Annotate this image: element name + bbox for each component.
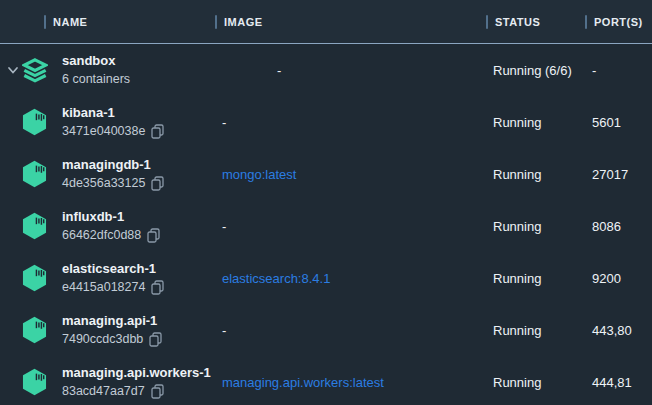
- container-box-icon: [22, 160, 47, 188]
- column-header-name[interactable]: NAME: [0, 15, 222, 29]
- name-cell: managing.api.workers-1 83acd47aa7d7: [0, 364, 222, 400]
- expand-toggle[interactable]: [4, 65, 21, 75]
- status-cell: Running: [493, 375, 592, 390]
- column-header-status[interactable]: STATUS: [486, 15, 592, 29]
- ports-cell: 8086: [592, 219, 652, 234]
- container-name[interactable]: elasticsearch-1: [62, 260, 164, 278]
- image-cell: -: [222, 63, 493, 78]
- container-id: e4415a018274: [62, 278, 145, 296]
- chevron-down-icon: [7, 65, 19, 75]
- image-cell: -: [222, 323, 493, 338]
- table-body: sandbox 6 containers - Running (6/6) -: [0, 44, 652, 405]
- table-row[interactable]: kibana-1 3471e040038e - Running 5601: [0, 96, 652, 148]
- copy-id-button[interactable]: [151, 124, 164, 139]
- name-cell: influxdb-1 66462dfc0d88: [0, 208, 222, 244]
- container-id: 7490ccdc3dbb: [62, 330, 143, 348]
- copy-icon: [151, 176, 164, 191]
- ports-cell: 443,80: [592, 323, 652, 338]
- name-cell: sandbox 6 containers: [0, 52, 222, 88]
- container-name[interactable]: managingdb-1: [62, 156, 164, 174]
- name-cell: managing.api-1 7490ccdc3dbb: [0, 312, 222, 348]
- image-cell: -: [222, 219, 493, 234]
- containers-table: NAME IMAGE STATUS PORT(S): [0, 0, 652, 405]
- column-header-image-label: IMAGE: [224, 16, 263, 28]
- layers-stack-icon: [22, 57, 48, 84]
- table-row[interactable]: elasticsearch-1 e4415a018274 elasticsear…: [0, 252, 652, 304]
- copy-icon: [149, 332, 162, 347]
- status-cell: Running: [493, 115, 592, 130]
- column-header-status-label: STATUS: [495, 16, 540, 28]
- copy-icon: [151, 124, 164, 139]
- column-separator: [215, 15, 217, 29]
- table-row[interactable]: managing.api.workers-1 83acd47aa7d7 mana…: [0, 356, 652, 405]
- status-cell: Running (6/6): [493, 63, 592, 78]
- container-box-icon: [22, 264, 47, 292]
- table-row[interactable]: managing.api-1 7490ccdc3dbb - Running 44…: [0, 304, 652, 356]
- container-name[interactable]: managing.api-1: [62, 312, 162, 330]
- container-id: 4de356a33125: [62, 174, 145, 192]
- status-cell: Running: [493, 271, 592, 286]
- container-name[interactable]: managing.api.workers-1: [62, 364, 211, 382]
- status-cell: Running: [493, 323, 592, 338]
- name-cell: elasticsearch-1 e4415a018274: [0, 260, 222, 296]
- column-separator: [44, 15, 46, 29]
- container-box-icon: [22, 316, 47, 344]
- copy-icon: [147, 228, 160, 243]
- ports-cell: 9200: [592, 271, 652, 286]
- copy-icon: [151, 280, 164, 295]
- table-row[interactable]: managingdb-1 4de356a33125 mongo:latest R…: [0, 148, 652, 200]
- status-cell: Running: [493, 219, 592, 234]
- container-name[interactable]: kibana-1: [62, 104, 164, 122]
- container-name[interactable]: sandbox: [62, 52, 130, 70]
- container-name[interactable]: influxdb-1: [62, 208, 160, 226]
- copy-id-button[interactable]: [149, 332, 162, 347]
- column-header-image[interactable]: IMAGE: [215, 15, 493, 29]
- container-id: 66462dfc0d88: [62, 226, 141, 244]
- ports-cell: 5601: [592, 115, 652, 130]
- table-header: NAME IMAGE STATUS PORT(S): [0, 0, 652, 44]
- table-row[interactable]: sandbox 6 containers - Running (6/6) -: [0, 44, 652, 96]
- image-cell[interactable]: managing.api.workers:latest: [222, 375, 493, 390]
- ports-cell: 444,81: [592, 375, 652, 390]
- container-box-icon: [22, 368, 47, 396]
- image-cell: -: [222, 115, 493, 130]
- column-separator: [585, 15, 587, 29]
- column-separator: [486, 15, 488, 29]
- ports-cell: 27017: [592, 167, 652, 182]
- container-box-icon: [22, 108, 47, 136]
- container-id: 83acd47aa7d7: [62, 382, 145, 400]
- image-cell[interactable]: mongo:latest: [222, 167, 493, 182]
- container-id: 3471e040038e: [62, 122, 145, 140]
- table-row[interactable]: influxdb-1 66462dfc0d88 - Running 8086: [0, 200, 652, 252]
- status-cell: Running: [493, 167, 592, 182]
- column-header-ports[interactable]: PORT(S): [585, 15, 652, 29]
- ports-cell: -: [592, 63, 652, 78]
- copy-id-button[interactable]: [147, 228, 160, 243]
- copy-id-button[interactable]: [151, 280, 164, 295]
- column-header-name-label: NAME: [53, 16, 87, 28]
- copy-id-button[interactable]: [151, 176, 164, 191]
- column-header-ports-label: PORT(S): [594, 16, 643, 28]
- image-cell[interactable]: elasticsearch:8.4.1: [222, 271, 493, 286]
- container-box-icon: [22, 212, 47, 240]
- name-cell: managingdb-1 4de356a33125: [0, 156, 222, 192]
- container-id: 6 containers: [62, 70, 130, 88]
- copy-id-button[interactable]: [151, 384, 164, 399]
- name-cell: kibana-1 3471e040038e: [0, 104, 222, 140]
- copy-icon: [151, 384, 164, 399]
